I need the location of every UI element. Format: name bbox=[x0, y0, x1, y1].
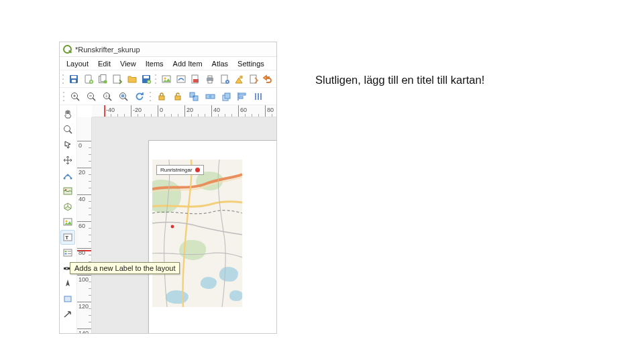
toolbar-grip-icon bbox=[62, 90, 65, 103]
add-north-arrow-button[interactable] bbox=[60, 276, 75, 291]
svg-rect-53 bbox=[65, 253, 67, 255]
legend-item[interactable]: Runristningar bbox=[156, 165, 204, 175]
svg-rect-14 bbox=[177, 76, 185, 82]
raise-items-button[interactable] bbox=[219, 89, 233, 104]
map-item[interactable] bbox=[152, 160, 242, 307]
svg-rect-35 bbox=[206, 95, 210, 99]
menu-settings[interactable]: Settings bbox=[233, 58, 268, 69]
refresh-button[interactable] bbox=[132, 89, 147, 104]
svg-rect-51 bbox=[64, 249, 72, 256]
menu-items[interactable]: Items bbox=[142, 58, 168, 69]
svg-rect-16 bbox=[193, 79, 199, 82]
add-shape-button[interactable] bbox=[60, 292, 75, 306]
svg-point-41 bbox=[64, 126, 70, 132]
zoom-tool-button[interactable] bbox=[60, 122, 75, 137]
layout-page[interactable]: Runristningar bbox=[149, 141, 276, 333]
open-button[interactable] bbox=[125, 72, 139, 86]
svg-rect-58 bbox=[64, 296, 71, 302]
svg-rect-18 bbox=[208, 76, 212, 78]
work-area: T -40-20020406080 020406080100120140 bbox=[60, 105, 276, 333]
pan-tool-button[interactable] bbox=[60, 107, 75, 121]
svg-rect-23 bbox=[250, 75, 256, 83]
zoom-out-button[interactable] bbox=[84, 89, 99, 104]
save-as-template-button[interactable] bbox=[140, 72, 153, 86]
svg-point-13 bbox=[164, 77, 166, 79]
zoom-actual-button[interactable]: 1:1 bbox=[100, 89, 115, 104]
export-image-button[interactable] bbox=[160, 72, 173, 86]
ruler-horizontal: -40-20020406080 bbox=[92, 105, 276, 117]
new-layout-button[interactable] bbox=[82, 72, 95, 86]
svg-rect-40 bbox=[239, 97, 243, 99]
toolbar-grip-icon bbox=[148, 90, 152, 103]
svg-rect-39 bbox=[239, 93, 246, 95]
app-logo-icon bbox=[63, 45, 72, 54]
undo-button[interactable] bbox=[262, 72, 275, 86]
menu-edit[interactable]: Edit bbox=[94, 58, 115, 69]
canvas-viewport[interactable]: -40-20020406080 020406080100120140 bbox=[77, 105, 276, 333]
zoom-full-button[interactable] bbox=[116, 89, 131, 104]
titlebar: *Runskrifter_skurup bbox=[60, 42, 276, 57]
export-svg-button[interactable] bbox=[174, 72, 188, 86]
page-setup-button[interactable] bbox=[218, 72, 231, 86]
map-roads-layer bbox=[152, 160, 242, 307]
menu-add-item[interactable]: Add Item bbox=[169, 58, 207, 69]
svg-rect-29 bbox=[121, 94, 124, 97]
svg-rect-38 bbox=[225, 93, 230, 99]
layout-canvas[interactable]: Runristningar bbox=[92, 117, 276, 333]
svg-rect-19 bbox=[208, 80, 212, 83]
align-items-button[interactable] bbox=[235, 89, 250, 104]
svg-point-46 bbox=[65, 189, 66, 190]
svg-point-34 bbox=[193, 95, 195, 97]
svg-rect-1 bbox=[71, 76, 76, 78]
menu-layout[interactable]: Layout bbox=[62, 58, 93, 69]
ruler-vertical: 020406080100120140 bbox=[77, 117, 92, 333]
svg-point-44 bbox=[67, 174, 69, 176]
move-item-content-button[interactable] bbox=[60, 153, 75, 168]
menubar: Layout Edit View Items Add Item Atlas Se… bbox=[60, 57, 276, 70]
lock-items-button[interactable] bbox=[154, 89, 169, 104]
print-button[interactable] bbox=[203, 72, 217, 86]
svg-point-43 bbox=[70, 178, 72, 180]
layout-properties-button[interactable] bbox=[232, 72, 246, 86]
svg-point-59 bbox=[171, 225, 174, 229]
toolbar-grip-icon bbox=[62, 73, 64, 85]
slide-caption: Slutligen, lägg till en titel till karta… bbox=[315, 74, 484, 86]
tooltip-text: Adds a new Label to the layout bbox=[74, 264, 175, 272]
atlas-settings-button[interactable] bbox=[247, 72, 260, 86]
svg-rect-52 bbox=[65, 251, 67, 252]
svg-point-48 bbox=[66, 221, 68, 223]
save-project-button[interactable] bbox=[67, 72, 80, 86]
window-title: *Runskrifter_skurup bbox=[75, 46, 140, 54]
svg-point-42 bbox=[64, 178, 66, 180]
add-label-button[interactable]: T bbox=[60, 230, 75, 245]
ungroup-items-button[interactable] bbox=[203, 89, 217, 104]
add-arrow-button[interactable] bbox=[60, 307, 75, 322]
svg-point-22 bbox=[239, 75, 243, 78]
svg-text:T: T bbox=[65, 235, 68, 241]
tooltip: Adds a new Label to the layout bbox=[70, 262, 180, 274]
menu-view[interactable]: View bbox=[116, 58, 140, 69]
distribute-items-button[interactable] bbox=[251, 89, 266, 104]
svg-rect-55 bbox=[66, 267, 68, 269]
duplicate-layout-button[interactable] bbox=[97, 72, 110, 86]
menu-atlas[interactable]: Atlas bbox=[208, 58, 232, 69]
add-picture-button[interactable] bbox=[60, 215, 75, 229]
layout-manager-button[interactable] bbox=[111, 72, 124, 86]
zoom-in-button[interactable] bbox=[68, 89, 83, 104]
layout-composer-window: *Runskrifter_skurup Layout Edit View Ite… bbox=[59, 42, 277, 334]
export-pdf-button[interactable] bbox=[189, 72, 203, 86]
svg-rect-31 bbox=[175, 96, 180, 100]
toolbar-row-1 bbox=[60, 70, 276, 88]
toolbar-grip-icon bbox=[154, 73, 157, 85]
svg-rect-10 bbox=[144, 76, 149, 78]
add-legend-button[interactable] bbox=[60, 245, 75, 260]
group-items-button[interactable] bbox=[186, 89, 201, 104]
legend-symbol-icon bbox=[195, 168, 200, 172]
add-map-button[interactable] bbox=[60, 184, 75, 198]
add-3d-map-button[interactable] bbox=[60, 199, 75, 214]
edit-nodes-tool-button[interactable] bbox=[60, 168, 75, 183]
select-move-tool-button[interactable] bbox=[60, 137, 75, 152]
legend-label: Runristningar bbox=[160, 167, 193, 173]
svg-rect-36 bbox=[211, 95, 215, 99]
unlock-items-button[interactable] bbox=[170, 89, 185, 104]
